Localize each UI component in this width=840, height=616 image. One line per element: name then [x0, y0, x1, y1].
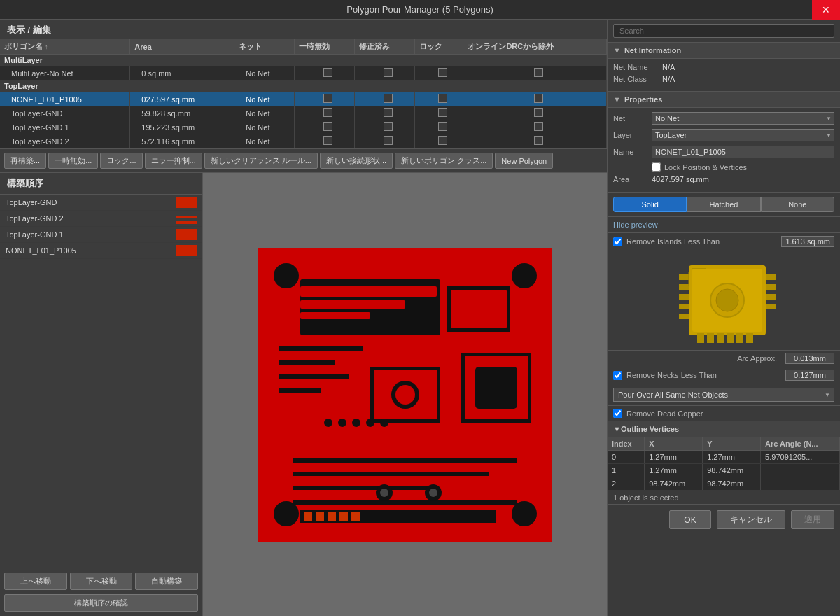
svg-rect-58 [766, 304, 776, 309]
col-arc[interactable]: Arc Angle (N... [761, 438, 840, 451]
outline-table: Index X Y Arc Angle (N... 0 1.27mm 1.27m… [608, 438, 840, 491]
checkbox-drc[interactable] [463, 66, 607, 80]
remove-islands-checkbox[interactable] [613, 237, 622, 246]
move-down-button[interactable]: 下へ移動 [70, 573, 133, 590]
checkbox-modified[interactable] [355, 120, 415, 134]
table-row[interactable]: NONET_L01_P1005 027.597 sq.mm No Net [0, 92, 607, 106]
solid-fill-button[interactable]: Solid [613, 197, 687, 212]
table-row[interactable]: TopLayer-GND 1 195.223 sq.mm No Net [0, 120, 607, 134]
remove-necks-checkbox[interactable] [613, 371, 622, 380]
checkbox-drc[interactable] [463, 120, 607, 134]
lock-button[interactable]: ロック... [100, 153, 142, 169]
error-suppress-button[interactable]: エラー抑制... [145, 153, 202, 169]
col-temp[interactable]: 一時無効 [295, 39, 355, 55]
name-input[interactable] [652, 146, 834, 158]
table-row[interactable]: TopLayer-GND 59.828 sq.mm No Net [0, 106, 607, 120]
checkbox-temp[interactable] [295, 66, 355, 80]
fill-buttons: Solid Hatched None [608, 192, 840, 217]
checkbox-lock[interactable] [415, 106, 463, 120]
remove-dead-label: Remove Dead Copper [626, 410, 703, 418]
checkbox-temp[interactable] [295, 92, 355, 106]
col-name[interactable]: ポリゴン名 ↑ [0, 39, 130, 55]
vertex-arc [761, 477, 840, 491]
search-bar [608, 20, 840, 43]
confirm-build-order-button[interactable]: 構築順序の確認 [4, 594, 198, 612]
checkbox-modified[interactable] [355, 134, 415, 148]
properties-title: Properties [624, 95, 662, 104]
collapse-arrow-net: ▼ [613, 46, 621, 55]
new-polygon-button[interactable]: New Polygon [495, 153, 553, 169]
col-y[interactable]: Y [703, 438, 761, 451]
col-x[interactable]: X [645, 438, 703, 451]
vertex-y: 98.742mm [703, 477, 761, 491]
svg-point-4 [512, 263, 537, 288]
svg-rect-52 [679, 294, 689, 300]
checkbox-modified[interactable] [355, 92, 415, 106]
move-up-button[interactable]: 上へ移動 [4, 573, 67, 590]
svg-point-20 [396, 385, 415, 405]
lock-checkbox[interactable] [652, 162, 661, 172]
list-item[interactable]: TopLayer-GND [0, 195, 202, 211]
list-item[interactable]: TopLayer-GND 1 [0, 227, 202, 243]
table-row[interactable]: MultiLayer [0, 55, 607, 66]
checkbox-lock[interactable] [415, 66, 463, 80]
col-area[interactable]: Area [130, 39, 234, 55]
new-clearance-button[interactable]: 新しいクリアランス ルール... [204, 153, 318, 169]
search-input[interactable] [613, 24, 834, 38]
checkbox-drc[interactable] [463, 92, 607, 106]
close-button[interactable]: ✕ [812, 0, 840, 20]
outline-vertices-title: Outline Vertices [621, 425, 679, 433]
checkbox-temp[interactable] [295, 120, 355, 134]
table-row[interactable]: 0 1.27mm 1.27mm 5.97091205... [608, 451, 840, 464]
table-row[interactable]: MultiLayer-No Net 0 sq.mm No Net [0, 66, 607, 80]
checkbox-lock[interactable] [415, 134, 463, 148]
col-net[interactable]: ネット [234, 39, 295, 55]
remove-islands-value: 1.613 sq.mm [781, 236, 834, 247]
rebuild-button[interactable]: 再構築... [4, 153, 46, 169]
checkbox-temp[interactable] [295, 134, 355, 148]
temp-disable-button[interactable]: 一時無効... [48, 153, 98, 169]
cancel-button[interactable]: キャンセル [717, 510, 785, 529]
table-row[interactable]: TopLayer [0, 80, 607, 92]
new-connection-button[interactable]: 新しい接続形状... [320, 153, 393, 169]
checkbox-temp[interactable] [295, 106, 355, 120]
remove-dead-checkbox[interactable] [613, 409, 622, 418]
bottom-section: 構築順序 TopLayer-GND TopLayer-GND 2 TopLaye… [0, 173, 607, 616]
col-drc[interactable]: オンラインDRCから除外 [463, 39, 607, 55]
checkbox-modified[interactable] [355, 106, 415, 120]
none-fill-button[interactable]: None [761, 197, 834, 212]
checkbox-lock[interactable] [415, 92, 463, 106]
list-item[interactable]: NONET_L01_P1005 [0, 243, 202, 259]
pour-over-select[interactable]: Pour Over All Same Net Objects Pour Over… [613, 388, 834, 402]
remove-necks-value: 0.127mm [785, 370, 834, 381]
col-lock[interactable]: ロック [415, 39, 463, 55]
svg-rect-24 [293, 458, 517, 463]
properties-header: ▼ Properties [608, 92, 840, 108]
apply-button[interactable]: 適用 [791, 510, 834, 529]
sort-arrow: ↑ [45, 43, 48, 50]
svg-rect-46 [717, 333, 724, 343]
checkbox-modified[interactable] [355, 66, 415, 80]
new-polygon-class-button[interactable]: 新しいポリゴン クラス... [395, 153, 493, 169]
polygon-name: TopLayer-GND [0, 106, 130, 120]
layer-select[interactable]: TopLayer [652, 129, 834, 141]
checkbox-drc[interactable] [463, 134, 607, 148]
net-select[interactable]: No Net [652, 112, 834, 125]
svg-point-61 [716, 289, 738, 312]
ok-button[interactable]: OK [669, 510, 711, 529]
table-row[interactable]: TopLayer-GND 2 572.116 sq.mm No Net [0, 134, 607, 148]
table-row[interactable]: 1 1.27mm 98.742mm [608, 464, 840, 477]
table-row[interactable]: 2 98.742mm 98.742mm [608, 477, 840, 491]
checkbox-drc[interactable] [463, 106, 607, 120]
checkbox-lock[interactable] [415, 120, 463, 134]
hide-preview-link[interactable]: Hide preview [608, 217, 840, 233]
list-item[interactable]: TopLayer-GND 2 [0, 211, 202, 227]
auto-build-button[interactable]: 自動構築 [135, 573, 198, 590]
svg-rect-27 [293, 500, 517, 505]
remove-necks-label: Remove Necks Less Than [626, 371, 781, 379]
area-prop-value: 4027.597 sq.mm [652, 175, 709, 183]
svg-rect-45 [707, 333, 714, 343]
col-index[interactable]: Index [608, 438, 645, 451]
col-modified[interactable]: 修正済み [355, 39, 415, 55]
hatched-fill-button[interactable]: Hatched [687, 197, 760, 212]
